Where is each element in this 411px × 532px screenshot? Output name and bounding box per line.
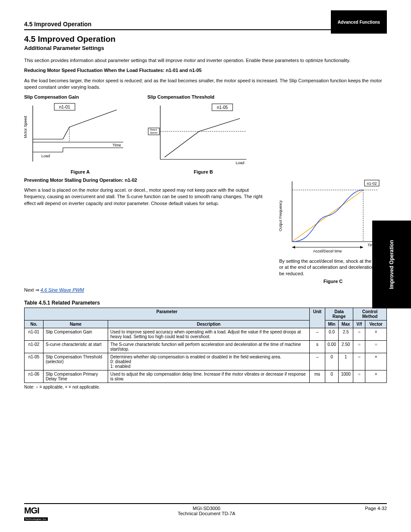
intro-paragraph-2: As the load becomes larger, the motor sp… xyxy=(24,78,387,91)
table-row: n1-06Slip Compensation Primary Delay Tim… xyxy=(25,370,387,383)
svg-text:Rated: Rated xyxy=(150,128,157,131)
cell-unit: ms xyxy=(309,370,325,383)
svg-line-3 xyxy=(63,127,69,139)
cell-vec: × xyxy=(365,328,387,341)
section-subtitle: Additional Parameter Settings xyxy=(24,45,387,51)
figure-b-name: Slip Compensation Threshold xyxy=(147,94,259,100)
figure-a-chart: n1-01 Motor Speed Time Load xyxy=(24,101,136,168)
table-row: n1-02S-curve characteristic at startThe … xyxy=(25,341,387,353)
topic-heading-1: Reducing Motor Speed Fluctuation When th… xyxy=(24,67,387,74)
svg-text:Output Frequency: Output Frequency xyxy=(279,200,283,231)
svg-text:Time: Time xyxy=(112,143,121,147)
figure-c-caption: Figure C xyxy=(279,279,387,284)
next-topic: Next ⇒ 4.6 Sine Wave PWM xyxy=(24,287,387,293)
cell-desc: Used to adjust the slip compensation del… xyxy=(108,370,310,383)
cell-max: 2.50 xyxy=(339,341,353,353)
cell-unit: s xyxy=(309,341,325,353)
cell-unit: – xyxy=(309,328,325,341)
cell-no: n1-06 xyxy=(25,370,44,383)
cell-vec: × xyxy=(365,370,387,383)
cell-min: 0 xyxy=(325,353,338,370)
cell-max: 1 xyxy=(339,353,353,370)
figures-row-1: Slip Compensation Gain xyxy=(24,94,387,174)
cell-vf: ○ xyxy=(353,370,365,383)
svg-text:Accel/Decel time: Accel/Decel time xyxy=(313,249,342,253)
cell-unit: – xyxy=(309,353,325,370)
table-row: n1-05Slip Compensation Threshold (select… xyxy=(25,353,387,370)
footer-doc-model: MGI-SD3000 xyxy=(48,506,365,511)
svg-text:Speed: Speed xyxy=(150,131,157,134)
cell-max: 1000 xyxy=(339,370,353,383)
cell-vf: ○ xyxy=(353,328,365,341)
section-heading: 4.5 Improved Operation xyxy=(24,34,387,44)
hdr-vec: Vector xyxy=(365,320,387,328)
hdr-max: Max xyxy=(339,320,353,328)
cell-min: 0.0 xyxy=(325,328,338,341)
intro-paragraph-1: This section provides information about … xyxy=(24,57,387,64)
svg-line-4 xyxy=(69,110,117,127)
svg-marker-34 xyxy=(292,246,295,249)
svg-text:n1-05: n1-05 xyxy=(217,105,228,110)
topic-paragraph-2: When a load is placed on the motor durin… xyxy=(24,187,266,207)
svg-text:n1-02: n1-02 xyxy=(367,181,377,186)
footer-doc-id: Technical Document TD-7A xyxy=(48,511,365,516)
cell-desc: Used to improve speed accuracy when oper… xyxy=(108,328,310,341)
footer-page-number: Page 4-32 xyxy=(365,506,387,511)
grp-range: Data Range xyxy=(325,308,353,320)
cell-max: 2.5 xyxy=(339,328,353,341)
cell-no: n1-05 xyxy=(25,353,44,370)
svg-marker-35 xyxy=(360,246,363,249)
svg-line-17 xyxy=(199,118,240,131)
cell-vec: × xyxy=(365,353,387,370)
figure-c-chart: n1-02 Output Frequency Time Accel/Decel … xyxy=(279,177,387,256)
hdr-unit: Unit xyxy=(309,308,325,328)
page-header: 4.5 Improved Operation Advanced Function… xyxy=(24,21,387,30)
topic-heading-2: Preventing Motor Stalling During Operati… xyxy=(24,177,266,184)
figures-row-2: Preventing Motor Stalling During Operati… xyxy=(24,177,387,284)
hdr-name: Name xyxy=(44,320,108,328)
footer-logo: MGI Technologies Inc. xyxy=(24,506,48,521)
table-group-header-row: Parameter Unit Data Range Control Method xyxy=(25,308,387,320)
grp-method: Control Method xyxy=(353,308,387,320)
page-footer: MGI Technologies Inc. MGI-SD3000 Technic… xyxy=(0,503,411,521)
cell-vf: ○ xyxy=(353,341,365,353)
hdr-vf: V/f xyxy=(353,320,365,328)
table-footnote: Note: ○ = applicable, × = not applicable… xyxy=(24,385,387,389)
figure-b-chart: n1-05 Rated Speed Load xyxy=(147,101,259,168)
cell-name: S-curve characteristic at start xyxy=(44,341,108,353)
fig-a-box-label: n1-01 xyxy=(59,105,70,109)
cell-no: n1-02 xyxy=(25,341,44,353)
figure-b-caption: Figure B xyxy=(147,169,259,174)
figure-c-desc: By setting the accel/decel time, shock a… xyxy=(279,258,387,277)
grp-parameter: Parameter xyxy=(25,308,310,320)
cell-vec: ○ xyxy=(365,341,387,353)
cell-desc: Determines whether slip compensation is … xyxy=(108,353,310,370)
figure-a-caption: Figure A xyxy=(24,169,136,174)
svg-text:Load: Load xyxy=(236,161,244,165)
svg-line-16 xyxy=(165,131,199,157)
cell-min: 0.00 xyxy=(325,341,338,353)
cell-min: 0 xyxy=(325,370,338,383)
hdr-min: Min xyxy=(325,320,338,328)
parameters-table: Parameter Unit Data Range Control Method… xyxy=(24,308,387,383)
side-tab: Improved Operation xyxy=(372,221,411,308)
next-topic-link[interactable]: 4.6 Sine Wave PWM xyxy=(40,287,84,292)
cell-no: n1-01 xyxy=(25,328,44,341)
table-row: n1-01Slip Compensation GainUsed to impro… xyxy=(25,328,387,341)
cell-vf: ○ xyxy=(353,353,365,370)
cell-name: Slip Compensation Gain xyxy=(44,328,108,341)
cell-desc: The S-curve characteristic function will… xyxy=(108,341,310,353)
cell-name: Slip Compensation Primary Delay Time xyxy=(44,370,108,383)
cell-name: Slip Compensation Threshold (selector) xyxy=(44,353,108,370)
svg-text:Load: Load xyxy=(41,154,50,158)
figure-a-name: Slip Compensation Gain xyxy=(24,94,136,100)
svg-text:Motor Speed: Motor Speed xyxy=(24,116,28,138)
hdr-desc: Description xyxy=(108,320,310,328)
table-header-row: No. Name Description Min Max V/f Vector xyxy=(25,320,387,328)
table-title: Table 4.5.1 Related Parameters xyxy=(24,300,387,306)
hdr-no: No. xyxy=(25,320,44,328)
section-corner-badge: Advanced Functions xyxy=(331,10,387,34)
